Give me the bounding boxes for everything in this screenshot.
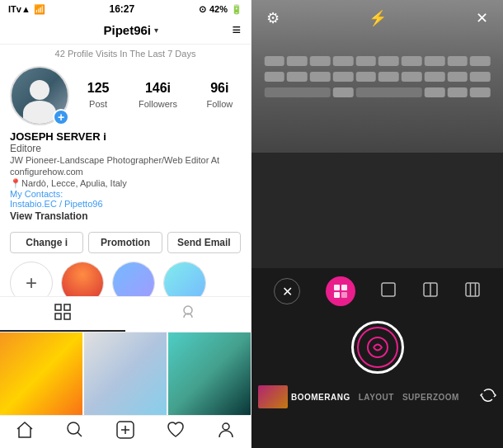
keyboard-keys-row1 — [264, 48, 491, 106]
salento-image — [62, 262, 103, 296]
stories-row: + New Salento i My Job Calabria i — [0, 258, 251, 296]
profile-icon — [217, 421, 235, 439]
camera-gear-button[interactable]: ⚙ — [261, 7, 284, 30]
story-myjob[interactable]: My Job — [112, 262, 155, 290]
tab-tagged[interactable] — [125, 297, 251, 332]
svg-rect-0 — [55, 304, 61, 310]
bio-role: Editore — [10, 143, 241, 154]
photo-cell-1[interactable] — [0, 332, 82, 415]
stats-row: 125 Post 146i Followers 96i Follow — [79, 81, 241, 111]
mode-superzoom[interactable]: SUPERZOOM — [402, 393, 459, 402]
story-new[interactable]: + New — [10, 262, 53, 290]
camera-top-bar: ⚙ ⚡ ✕ — [252, 0, 503, 36]
nav-home[interactable] — [0, 421, 50, 443]
username-chevron: ▾ — [154, 26, 158, 35]
followers-count: 146i — [139, 81, 177, 96]
camera-panel: ⚙ ⚡ ✕ — [252, 0, 503, 448]
new-plus-icon: + — [26, 271, 37, 295]
mode-layout[interactable]: LAYOUT — [359, 393, 394, 402]
key — [470, 56, 491, 66]
bio-description: JW Pioneer-Landscape Photographer/Web Ed… — [10, 154, 241, 178]
camera-layout-button[interactable] — [326, 276, 355, 306]
key — [447, 72, 468, 82]
key — [425, 56, 445, 66]
camera-shutter-area — [252, 314, 503, 380]
shutter-button[interactable] — [351, 321, 404, 374]
key — [470, 72, 491, 82]
camera-controls: ✕ — [252, 268, 503, 314]
view-translation[interactable]: View Translation — [10, 210, 241, 222]
myjob-image — [113, 262, 154, 296]
avatar-container[interactable]: + — [10, 66, 69, 125]
camera-close-button[interactable]: ✕ — [470, 7, 493, 30]
cmd-key — [264, 87, 330, 97]
story-new-circle[interactable]: + — [10, 262, 53, 296]
shutter-inner-ring — [357, 327, 398, 368]
camera-mode-bar: BOOMERANG LAYOUT SUPERZOOM — [252, 380, 503, 413]
story-myjob-circle[interactable] — [112, 262, 155, 296]
profile-section: + 125 Post 146i Followers 96i Follow — [0, 61, 251, 129]
grid-icon — [54, 304, 71, 320]
key — [447, 87, 468, 97]
spacebar-key — [355, 87, 421, 97]
key — [447, 56, 468, 66]
posts-label: Post — [89, 99, 107, 109]
story-calabria-circle[interactable] — [163, 262, 206, 296]
battery-text: 42% — [209, 4, 228, 14]
camera-cancel-button[interactable]: ✕ — [274, 278, 300, 304]
change-button[interactable]: Change i — [10, 232, 83, 253]
mode-preview-thumbnail — [258, 385, 288, 408]
status-right: ⊙ 42% 🔋 — [199, 4, 242, 15]
avatar-plus-button[interactable]: + — [53, 109, 69, 125]
status-left: ITv▲ 📶 — [8, 4, 45, 15]
menu-icon[interactable]: ≡ — [232, 21, 241, 39]
layout-icon — [333, 284, 348, 299]
tab-grid[interactable] — [0, 297, 125, 332]
story-calabria[interactable]: Calabria i — [163, 262, 206, 290]
search-icon — [66, 421, 84, 439]
promotion-button[interactable]: Promotion — [88, 232, 162, 253]
nav-heart[interactable] — [150, 421, 200, 443]
key — [402, 56, 422, 66]
flip-camera-icon — [480, 387, 496, 403]
tagged-icon — [180, 304, 196, 320]
key — [402, 72, 422, 82]
followers-label: Followers — [139, 99, 177, 109]
send-email-button[interactable]: Send Email — [167, 232, 241, 253]
camera-single-view-button[interactable] — [380, 281, 397, 302]
camera-flash-button[interactable]: ⚡ — [366, 7, 389, 30]
username-block[interactable]: Pipet96i ▾ — [103, 23, 158, 37]
mode-boomerang[interactable]: BOOMERANG — [291, 393, 350, 402]
key — [378, 56, 399, 66]
svg-rect-11 — [341, 292, 347, 298]
nav-profile[interactable] — [200, 421, 251, 443]
nav-add[interactable] — [101, 421, 151, 443]
bio-instabio[interactable]: Instabio.EC / Pipetto96 — [10, 199, 241, 209]
camera-split-view-button[interactable] — [422, 281, 439, 302]
photo-grid — [0, 332, 251, 415]
photo-cell-2[interactable] — [84, 332, 167, 415]
stat-posts: 125 Post — [87, 81, 110, 111]
calabria-image — [164, 262, 205, 296]
svg-point-7 — [223, 423, 229, 430]
time-display: 16:27 — [110, 3, 135, 15]
profile-visits: 42 Profile Visits In The Last 7 Days — [0, 45, 251, 61]
following-label: Follow — [206, 99, 233, 109]
instagram-profile-panel: ITv▲ 📶 16:27 ⊙ 42% 🔋 Pipet96i ▾ ≡ 42 Pro… — [0, 0, 252, 448]
story-salento-circle[interactable] — [61, 262, 104, 296]
split-view-icon — [422, 281, 439, 298]
key — [310, 56, 331, 66]
key — [333, 56, 354, 66]
key — [333, 87, 354, 97]
bio-contacts: My Contacts: — [10, 189, 241, 199]
camera-triple-view-button[interactable] — [464, 281, 481, 302]
camera-flip-button[interactable] — [480, 387, 496, 408]
photo-cell-3[interactable] — [168, 332, 251, 415]
bio-name: JOSEPH SERVER i — [10, 130, 241, 143]
key — [264, 72, 284, 82]
nav-search[interactable] — [50, 421, 101, 443]
stat-following: 96i Follow — [206, 81, 233, 111]
svg-rect-15 — [466, 283, 479, 296]
story-salento[interactable]: Salento i — [61, 262, 104, 290]
bio-section: JOSEPH SERVER i Editore JW Pioneer-Lands… — [0, 129, 251, 227]
